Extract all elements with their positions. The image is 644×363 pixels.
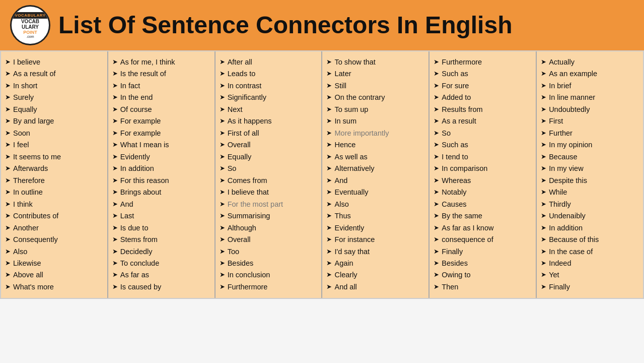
list-item: ➤Equally: [5, 104, 103, 115]
list-item: ➤Consequently: [5, 234, 103, 245]
list-item: ➤Leads to: [220, 68, 318, 79]
list-item: ➤Equally: [220, 151, 318, 162]
list-item: ➤For sure: [434, 80, 532, 91]
connector-text: Because: [549, 151, 577, 162]
list-item: ➤By the same: [434, 210, 532, 221]
arrow-icon: ➤: [5, 104, 11, 114]
connector-text: Thus: [334, 210, 350, 221]
list-item: ➤I believe: [5, 56, 103, 68]
connector-text: In conclusion: [228, 269, 270, 280]
arrow-icon: ➤: [112, 199, 118, 209]
connector-text: Clearly: [334, 269, 357, 280]
arrow-icon: ➤: [220, 270, 225, 280]
arrow-icon: ➤: [220, 152, 225, 162]
connector-text: First: [549, 115, 563, 127]
connector-text: Besides: [442, 258, 468, 269]
connector-text: Leads to: [228, 68, 256, 79]
arrow-icon: ➤: [434, 128, 439, 138]
list-item: ➤Besides: [220, 258, 318, 269]
list-item: ➤For example: [112, 128, 210, 139]
connector-text: Overall: [228, 139, 251, 150]
list-item: ➤Later: [326, 68, 424, 79]
connector-text: Alternatively: [334, 163, 374, 174]
arrow-icon: ➤: [112, 247, 118, 257]
arrow-icon: ➤: [112, 92, 118, 102]
connector-text: Surely: [13, 92, 34, 103]
list-item: ➤In addition: [541, 222, 639, 233]
arrow-icon: ➤: [220, 140, 225, 150]
arrow-icon: ➤: [541, 270, 546, 280]
list-item: ➤Overall: [220, 139, 318, 150]
list-item: ➤In the end: [112, 92, 210, 103]
connector-text: Evidently: [334, 222, 364, 233]
logo-com-text: .com: [26, 35, 34, 38]
connector-text: I think: [13, 199, 33, 210]
connector-text: Soon: [13, 128, 30, 139]
arrow-icon: ➤: [434, 223, 439, 233]
list-item: ➤Undoubtedly: [541, 104, 639, 115]
logo: VOCABULARY VOCABULARY POINT .com: [10, 5, 50, 45]
arrow-icon: ➤: [220, 282, 225, 292]
arrow-icon: ➤: [326, 116, 332, 126]
arrow-icon: ➤: [5, 258, 11, 268]
connector-text: In my opinion: [549, 139, 592, 150]
arrow-icon: ➤: [326, 152, 332, 162]
arrow-icon: ➤: [112, 152, 118, 162]
connector-text: Because of this: [549, 234, 599, 245]
connector-text: After all: [228, 56, 252, 68]
connector-text: In comparison: [442, 163, 487, 174]
connector-text: Overall: [228, 234, 251, 245]
arrow-icon: ➤: [541, 163, 546, 173]
arrow-icon: ➤: [326, 128, 332, 138]
connector-text: Eventually: [334, 187, 368, 198]
arrow-icon: ➤: [220, 247, 225, 257]
list-item: ➤In short: [5, 80, 103, 91]
connector-text: Thirdly: [549, 199, 571, 210]
list-item: ➤Such as: [434, 68, 532, 79]
arrow-icon: ➤: [220, 104, 225, 114]
arrow-icon: ➤: [5, 57, 11, 67]
logo-vocab-text: VOCABULARY: [21, 19, 39, 30]
list-item: ➤On the contrary: [326, 92, 424, 103]
list-item: ➤Clearly: [326, 269, 424, 280]
list-item: ➤Last: [112, 210, 210, 221]
list-item: ➤Added to: [434, 92, 532, 103]
list-item: ➤I feel: [5, 139, 103, 150]
list-item: ➤For this reason: [112, 175, 210, 186]
arrow-icon: ➤: [220, 199, 225, 209]
arrow-icon: ➤: [112, 187, 118, 197]
arrow-icon: ➤: [541, 282, 546, 292]
arrow-icon: ➤: [541, 223, 546, 233]
connector-text: And: [120, 199, 133, 210]
list-item: ➤In addition: [112, 163, 210, 174]
list-item: ➤I'd say that: [326, 246, 424, 257]
list-item: ➤As a result: [434, 115, 532, 127]
connector-text: Results from: [442, 104, 482, 115]
arrow-icon: ➤: [541, 175, 546, 186]
list-item: ➤And: [112, 199, 210, 210]
arrow-icon: ➤: [326, 211, 332, 221]
list-item: ➤Despite this: [541, 175, 639, 186]
arrow-icon: ➤: [326, 57, 332, 67]
column-4: ➤To show that➤Later➤Still➤On the contrar…: [322, 51, 430, 298]
arrow-icon: ➤: [326, 199, 332, 209]
arrow-icon: ➤: [112, 258, 118, 268]
connector-text: Added to: [442, 92, 471, 103]
list-item: ➤In comparison: [434, 163, 532, 174]
arrow-icon: ➤: [112, 163, 118, 173]
list-item: ➤I believe that: [220, 187, 318, 198]
list-item: ➤Soon: [5, 128, 103, 139]
connector-text: Also: [334, 199, 348, 210]
arrow-icon: ➤: [5, 234, 11, 245]
list-item: ➤Finally: [434, 246, 532, 257]
arrow-icon: ➤: [541, 92, 546, 102]
connector-text: For instance: [334, 234, 375, 245]
list-item: ➤By and large: [5, 115, 103, 127]
list-item: ➤consequence of: [434, 234, 532, 245]
arrow-icon: ➤: [112, 57, 118, 67]
connector-text: First of all: [228, 128, 259, 139]
list-item: ➤As well as: [326, 151, 424, 162]
connector-text: In the end: [120, 92, 153, 103]
connector-text: To sum up: [334, 104, 368, 115]
arrow-icon: ➤: [326, 282, 332, 292]
